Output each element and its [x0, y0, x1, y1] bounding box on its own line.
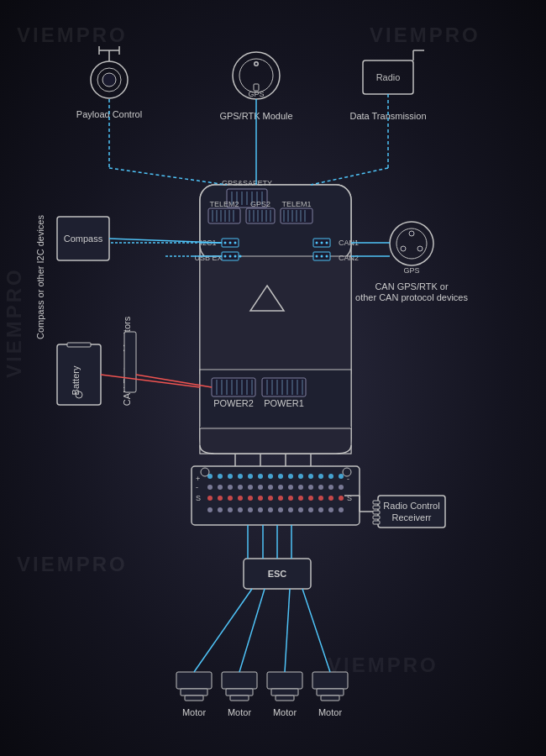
- battery-box: Battery: [57, 343, 101, 405]
- svg-text:TELEM2: TELEM2: [209, 200, 239, 208]
- svg-point-105: [268, 474, 273, 479]
- svg-point-109: [308, 474, 313, 479]
- radio-control-label-1: Radio Control: [383, 501, 439, 511]
- compass-side-label: Compass or other I2C devices: [35, 215, 45, 339]
- svg-point-79: [326, 255, 328, 258]
- svg-point-147: [268, 507, 273, 512]
- power1-label: POWER1: [264, 398, 304, 408]
- svg-point-150: [298, 507, 303, 512]
- power1-port: [262, 378, 306, 396]
- svg-point-69: [229, 255, 232, 258]
- svg-point-135: [288, 496, 293, 501]
- svg-point-107: [288, 474, 293, 479]
- svg-point-125: [328, 485, 333, 490]
- radio-control-label-2: Receiverr: [391, 512, 431, 522]
- svg-point-117: [248, 485, 253, 490]
- svg-rect-188: [373, 506, 380, 509]
- svg-text:S: S: [196, 494, 201, 502]
- svg-rect-179: [124, 332, 136, 392]
- svg-point-119: [268, 485, 273, 490]
- svg-point-142: [218, 507, 223, 512]
- svg-rect-174: [321, 696, 339, 701]
- motor-2-label: Motor: [228, 707, 251, 717]
- svg-point-148: [278, 507, 283, 512]
- svg-rect-169: [267, 672, 302, 689]
- svg-point-184: [417, 246, 423, 251]
- svg-rect-89: [262, 378, 306, 396]
- svg-text:-: -: [347, 475, 349, 483]
- svg-rect-164: [181, 689, 207, 696]
- svg-point-78: [321, 255, 323, 258]
- svg-point-139: [328, 496, 333, 501]
- svg-point-68: [224, 255, 227, 258]
- motor-1-label: Motor: [182, 707, 206, 717]
- svg-point-136: [298, 496, 303, 501]
- svg-point-74: [321, 242, 323, 244]
- svg-rect-39: [208, 208, 240, 223]
- connector-board: + - S - S: [192, 466, 360, 525]
- svg-text:GPS&SAFETY: GPS&SAFETY: [222, 179, 272, 187]
- svg-point-151: [308, 507, 313, 512]
- svg-point-8: [102, 73, 116, 87]
- svg-point-129: [228, 496, 233, 501]
- svg-point-108: [298, 474, 303, 479]
- svg-point-70: [234, 255, 237, 258]
- svg-point-153: [328, 507, 333, 512]
- svg-rect-168: [230, 696, 249, 701]
- svg-point-103: [248, 474, 253, 479]
- can1-connector: [313, 239, 330, 247]
- svg-text:VIEMPRO: VIEMPRO: [17, 553, 128, 575]
- svg-text:Radio: Radio: [376, 72, 401, 82]
- svg-point-182: [409, 231, 414, 236]
- svg-point-114: [218, 485, 223, 490]
- svg-rect-190: [373, 516, 380, 519]
- svg-rect-172: [312, 672, 348, 689]
- battery-label: Battery: [71, 365, 81, 395]
- can-gps-label-1: CAN GPS/RTK or: [375, 281, 449, 291]
- svg-text:+: +: [196, 475, 200, 483]
- svg-point-143: [228, 507, 233, 512]
- svg-rect-25: [200, 256, 351, 374]
- svg-point-138: [318, 496, 323, 501]
- telem2-port: TELEM2: [208, 200, 240, 223]
- svg-point-133: [268, 496, 273, 501]
- gps2-port: GPS2: [246, 200, 275, 223]
- svg-rect-170: [271, 689, 298, 696]
- svg-point-183: [401, 246, 406, 251]
- svg-point-111: [328, 474, 333, 479]
- svg-point-113: [207, 485, 213, 490]
- svg-point-146: [258, 507, 263, 512]
- svg-point-127: [207, 496, 213, 501]
- svg-point-102: [238, 474, 243, 479]
- svg-rect-173: [317, 689, 344, 696]
- svg-point-116: [238, 485, 243, 490]
- power2-label: POWER2: [213, 398, 254, 408]
- svg-point-115: [228, 485, 233, 490]
- motor-3-label: Motor: [273, 707, 297, 717]
- usb-ex-label: USB EX: [194, 254, 222, 262]
- compass-box: Compass: [57, 217, 109, 260]
- svg-rect-166: [222, 672, 257, 689]
- svg-point-154: [339, 507, 344, 512]
- svg-point-120: [278, 485, 283, 490]
- svg-point-75: [326, 242, 328, 244]
- svg-text:-: -: [196, 483, 198, 491]
- compass-label: Compass: [64, 234, 103, 244]
- svg-point-104: [258, 474, 263, 479]
- radio-control-receiver: Radio Control Receiverr: [373, 496, 445, 528]
- svg-point-100: [218, 474, 223, 479]
- svg-rect-165: [185, 696, 203, 701]
- svg-text:VIEMPRO: VIEMPRO: [17, 24, 128, 46]
- svg-point-71: [239, 255, 242, 258]
- svg-point-106: [278, 474, 283, 479]
- svg-rect-167: [226, 689, 253, 696]
- svg-rect-163: [176, 672, 212, 689]
- svg-point-124: [318, 485, 323, 490]
- svg-point-110: [318, 474, 323, 479]
- svg-point-66: [234, 242, 237, 244]
- svg-point-126: [339, 485, 344, 490]
- power2-port: [212, 378, 255, 396]
- svg-point-137: [308, 496, 313, 501]
- svg-point-123: [308, 485, 313, 490]
- svg-point-130: [238, 496, 243, 501]
